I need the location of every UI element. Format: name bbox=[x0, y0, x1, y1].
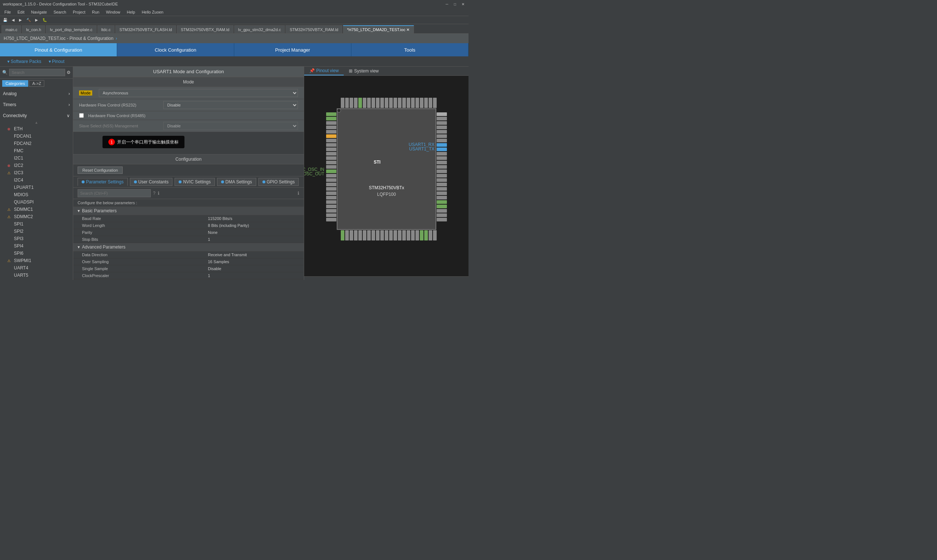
toolbar-run[interactable]: ▶ bbox=[34, 18, 40, 22]
sidebar-item-fdcan2[interactable]: FDCAN2 bbox=[0, 140, 73, 147]
svg-rect-61 bbox=[380, 98, 384, 108]
sub-tab-pinout[interactable]: ▾ Pinout bbox=[49, 59, 65, 64]
sidebar-item-i2c2[interactable]: ⊗ I2C2 bbox=[0, 162, 73, 169]
svg-rect-83 bbox=[380, 230, 384, 240]
tab-ram[interactable]: STM32H750VBTX_RAM.ld bbox=[177, 25, 234, 33]
pinout-icon: 📌 bbox=[309, 68, 315, 73]
sidebar-item-i2c3[interactable]: ⚠ I2C3 bbox=[0, 169, 73, 177]
pin-search-input[interactable] bbox=[429, 280, 466, 280]
filter-categories[interactable]: Categories bbox=[2, 80, 28, 87]
svg-rect-89 bbox=[407, 230, 410, 240]
menu-help[interactable]: Help bbox=[124, 9, 138, 15]
sidebar-item-spi3[interactable]: SPI3 bbox=[0, 235, 73, 242]
annotation-number: 1 bbox=[108, 139, 115, 145]
main-tab-clock[interactable]: Clock Configuration bbox=[117, 43, 234, 56]
section-header-timers[interactable]: Timers › bbox=[0, 101, 73, 109]
config-tab-gpio[interactable]: GPIO Settings bbox=[258, 178, 299, 186]
view-button[interactable]: ⊟ bbox=[354, 279, 363, 280]
tab-ltdc[interactable]: ltdc.c bbox=[97, 25, 115, 33]
sidebar-item-fdcan1[interactable]: FDCAN1 bbox=[0, 132, 73, 140]
tab-lvconh[interactable]: lv_con.h bbox=[22, 25, 45, 33]
filter-atoz[interactable]: A->Z bbox=[29, 80, 44, 87]
menu-window[interactable]: Window bbox=[103, 9, 123, 15]
search-pin-button[interactable]: 🔍 bbox=[417, 279, 429, 280]
param-group-basic[interactable]: ▾ Basic Parameters bbox=[73, 207, 304, 215]
sidebar-item-sdmmc1[interactable]: ⚠ SDMMC1 bbox=[0, 206, 73, 213]
filter-buttons: Categories A->Z bbox=[0, 79, 73, 88]
pinout-tab-pinout[interactable]: 📌 Pinout view bbox=[304, 67, 344, 75]
toolbar-forward[interactable]: ▶ bbox=[18, 18, 23, 22]
toolbar-debug[interactable]: 🐛 bbox=[41, 18, 48, 22]
toolbar-save[interactable]: 💾 bbox=[2, 18, 9, 22]
svg-rect-6 bbox=[326, 130, 336, 134]
svg-rect-90 bbox=[411, 230, 415, 240]
sidebar-item-swpmi1[interactable]: ⚠ SWPMI1 bbox=[0, 257, 73, 264]
slave-select-select[interactable]: Disable Enable bbox=[163, 122, 298, 130]
hwfc-rs485-checkbox[interactable] bbox=[79, 113, 84, 118]
svg-rect-33 bbox=[437, 139, 447, 142]
reset-config-button[interactable]: Reset Configuration bbox=[78, 166, 123, 174]
zoom-in-button[interactable]: 🔍+ bbox=[330, 279, 345, 280]
menu-run[interactable]: Run bbox=[89, 9, 102, 15]
sidebar-item-i2c4[interactable]: I2C4 bbox=[0, 177, 73, 184]
toolbar-build[interactable]: 🔨 bbox=[25, 18, 32, 22]
gear-icon[interactable]: ⚙ bbox=[67, 70, 71, 75]
sidebar-item-fmc[interactable]: FMC bbox=[0, 147, 73, 154]
fit-button[interactable]: ⊞ bbox=[321, 279, 330, 280]
tab-mainc[interactable]: main.c bbox=[2, 25, 21, 33]
sub-tab-softwarepacks[interactable]: ▾ Software Packs bbox=[7, 59, 42, 64]
close-button[interactable]: ✕ bbox=[460, 2, 466, 6]
mode-select[interactable]: Asynchronous Synchronous bbox=[99, 89, 298, 97]
maximize-button[interactable]: □ bbox=[452, 2, 457, 6]
tab-ioc[interactable]: *H750_LTDC_DMA2D_TEST.ioc ✕ bbox=[343, 25, 414, 33]
main-tab-project[interactable]: Project Manager bbox=[234, 43, 351, 56]
sidebar-item-spi2[interactable]: SPI2 bbox=[0, 228, 73, 235]
menu-edit[interactable]: Edit bbox=[15, 9, 28, 15]
toolbar-back[interactable]: ◀ bbox=[10, 18, 16, 22]
section-header-analog[interactable]: Analog › bbox=[0, 90, 73, 98]
sidebar-item-uart7[interactable]: UART7 bbox=[0, 279, 73, 280]
main-tab-tools[interactable]: Tools bbox=[351, 43, 469, 56]
search-help-icon: ? bbox=[153, 191, 155, 196]
sidebar-search-input[interactable] bbox=[9, 69, 65, 76]
svg-rect-31 bbox=[437, 130, 447, 134]
config-tab-nvic[interactable]: NVIC Settings bbox=[175, 178, 214, 186]
rotate-button[interactable]: ⟳ bbox=[345, 279, 354, 280]
sidebar-item-eth[interactable]: ⊗ ETH bbox=[0, 125, 73, 132]
sidebar-item-sdmmc2[interactable]: ⚠ SDMMC2 bbox=[0, 213, 73, 220]
svg-rect-69 bbox=[415, 98, 419, 108]
sidebar-item-i2c1[interactable]: I2C1 bbox=[0, 154, 73, 162]
menu-file[interactable]: File bbox=[2, 9, 14, 15]
minimize-button[interactable]: ─ bbox=[444, 2, 449, 6]
pinout-tab-system[interactable]: ⊞ System view bbox=[344, 67, 383, 75]
hwfc-rs232-select[interactable]: Disable Enable bbox=[163, 101, 298, 109]
zoom-out-button[interactable]: 🔍- bbox=[307, 279, 321, 280]
config-header: Configuration bbox=[73, 154, 304, 165]
menu-project[interactable]: Project bbox=[70, 9, 88, 15]
sidebar-item-spi1[interactable]: SPI1 bbox=[0, 220, 73, 228]
sidebar-item-spi4[interactable]: SPI4 bbox=[0, 242, 73, 249]
menu-search[interactable]: Search bbox=[51, 9, 69, 15]
sidebar-item-uart5[interactable]: UART5 bbox=[0, 272, 73, 279]
sidebar-item-lpuart1[interactable]: LPUART1 bbox=[0, 184, 73, 191]
sidebar-item-spi6[interactable]: SPI6 bbox=[0, 249, 73, 257]
sidebar-item-quadspi[interactable]: QUADSPI bbox=[0, 198, 73, 206]
menu-navigate[interactable]: Navigate bbox=[28, 9, 50, 15]
section-header-connectivity[interactable]: Connectivity ∨ bbox=[0, 112, 73, 120]
param-group-advanced[interactable]: ▾ Advanced Parameters bbox=[73, 243, 304, 251]
tab-lvport[interactable]: lv_port_disp_template.c bbox=[46, 25, 96, 33]
param-search-input[interactable] bbox=[78, 189, 151, 197]
tab-dma2d[interactable]: lv_gpu_stm32_dma2d.c bbox=[234, 25, 285, 33]
menu-hello[interactable]: Hello Zuoen bbox=[139, 9, 166, 15]
sidebar-item-uart4[interactable]: UART4 bbox=[0, 264, 73, 272]
tab-flash[interactable]: STM32H750VBTX_FLASH.ld bbox=[115, 25, 176, 33]
search-info-icon: ℹ bbox=[158, 191, 160, 196]
config-tab-params[interactable]: Parameter Settings bbox=[78, 178, 128, 186]
window-title: workspace_1.15.0 - Device Configuration … bbox=[3, 2, 118, 6]
tab-ram2[interactable]: STM32H750VBTX_RAM.ld bbox=[286, 25, 342, 33]
config-tab-userconstants[interactable]: User Constants bbox=[130, 178, 173, 186]
main-tab-pinout[interactable]: Pinout & Configuration bbox=[0, 43, 117, 56]
config-tab-dma[interactable]: DMA Settings bbox=[217, 178, 256, 186]
pinout-panel: 📌 Pinout view ⊞ System view bbox=[304, 67, 469, 280]
sidebar-item-mdios[interactable]: MDIOS bbox=[0, 191, 73, 198]
